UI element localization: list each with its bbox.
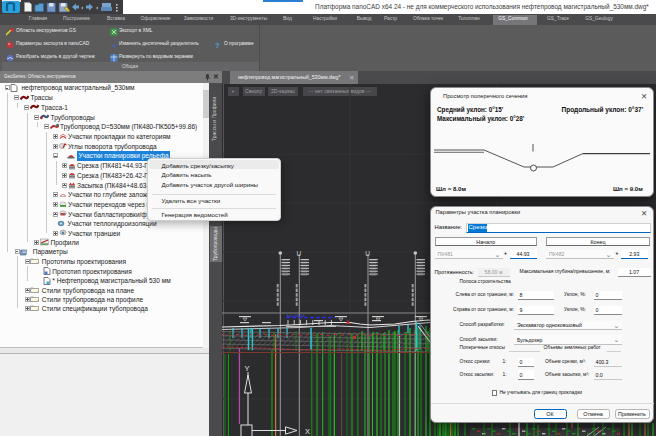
- svg-text:U: U: [365, 250, 370, 257]
- svg-text:X: X: [305, 427, 310, 436]
- svg-text:Дно 108.04: Дно 108.04: [286, 314, 304, 318]
- svg-text:Y: Y: [245, 364, 250, 373]
- svg-text:U: U: [297, 250, 302, 257]
